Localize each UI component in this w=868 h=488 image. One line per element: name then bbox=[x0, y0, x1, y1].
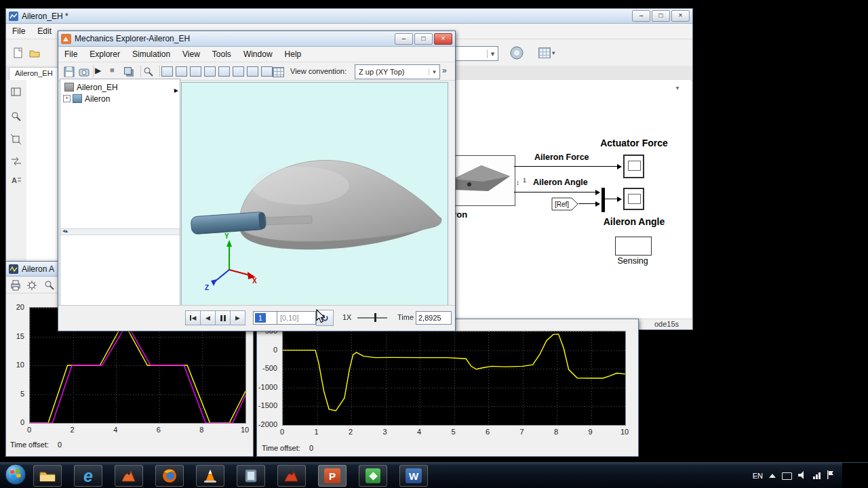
mux-block[interactable] bbox=[601, 188, 605, 212]
taskbar-word-button[interactable]: W bbox=[399, 465, 428, 487]
expand-plus-icon[interactable]: + bbox=[63, 95, 71, 102]
view-preset-icon[interactable] bbox=[190, 66, 201, 77]
view-convention-combo[interactable]: Z up (XY Top) ▾ bbox=[355, 64, 440, 79]
pause-icon[interactable] bbox=[215, 310, 231, 325]
view-preset-icon[interactable] bbox=[161, 66, 173, 77]
view-preset-icon[interactable] bbox=[261, 66, 273, 77]
language-indicator[interactable]: EN bbox=[753, 472, 763, 480]
scope-block-aileron-angle[interactable] bbox=[623, 188, 644, 210]
menu-tools[interactable]: Tools bbox=[206, 47, 237, 61]
clock-area[interactable] bbox=[842, 463, 868, 488]
taskbar-matlab-button[interactable] bbox=[115, 465, 143, 487]
menu-file[interactable]: File bbox=[58, 47, 83, 61]
tree-item-root[interactable]: Aileron_EH bbox=[60, 81, 180, 93]
menu-edit[interactable]: Edit bbox=[31, 24, 58, 38]
print-icon[interactable] bbox=[9, 279, 22, 292]
from-ref-block[interactable]: [Ref] bbox=[551, 197, 579, 211]
scope1-x-axis: 0246810 bbox=[29, 426, 245, 435]
snapshot-icon[interactable] bbox=[77, 65, 91, 79]
zoom-region-icon[interactable] bbox=[142, 65, 155, 79]
menu-window[interactable]: Window bbox=[237, 47, 279, 61]
minimize-button[interactable]: – bbox=[395, 33, 413, 45]
view-preset-icon[interactable] bbox=[176, 66, 187, 77]
taskbar-powerpoint-button[interactable]: P bbox=[318, 465, 347, 487]
taskbar-matlab2-button[interactable] bbox=[277, 465, 306, 487]
view-preset-icon[interactable] bbox=[233, 66, 244, 77]
annotation-icon[interactable]: A bbox=[9, 174, 23, 187]
taskbar-document-button[interactable] bbox=[237, 465, 265, 487]
maximize-button[interactable]: □ bbox=[652, 10, 670, 22]
taskbar-vlc-button[interactable] bbox=[196, 465, 224, 487]
aileron-subsystem-block[interactable] bbox=[448, 155, 515, 206]
pan-arrows-icon[interactable] bbox=[9, 155, 23, 168]
action-center-flag-icon[interactable] bbox=[827, 470, 834, 482]
new-model-icon[interactable] bbox=[12, 46, 25, 60]
view-grid-icon[interactable] bbox=[272, 66, 285, 78]
menu-simulation[interactable]: Simulation bbox=[126, 47, 176, 61]
taskbar-ie-button[interactable]: e bbox=[74, 465, 102, 487]
simulink-titlebar[interactable]: Aileron_EH * – □ × bbox=[6, 9, 692, 24]
taskbar-green-app-button[interactable] bbox=[359, 465, 387, 487]
menu-file[interactable]: File bbox=[6, 24, 31, 38]
y-tick-label: -1000 bbox=[258, 383, 277, 391]
layers-icon[interactable] bbox=[123, 66, 132, 75]
time-field[interactable]: 2,8925 bbox=[416, 311, 452, 325]
save-icon[interactable] bbox=[62, 65, 76, 79]
zoom-icon[interactable] bbox=[43, 279, 56, 292]
toolbar-overflow-chevron[interactable]: » bbox=[442, 66, 447, 75]
open-model-icon[interactable] bbox=[28, 46, 41, 60]
mech-3d-viewport[interactable]: Y X Z bbox=[181, 82, 448, 306]
view-preset-icon[interactable] bbox=[204, 66, 216, 77]
view-preset-icon[interactable] bbox=[218, 66, 230, 77]
menu-view[interactable]: View bbox=[176, 47, 206, 61]
model-tab[interactable]: Aileron_EH bbox=[9, 67, 59, 81]
speed-slider-handle[interactable] bbox=[374, 313, 376, 322]
view-preset-icon[interactable] bbox=[247, 66, 258, 77]
breadcrumb-dropdown-icon[interactable]: ▾ bbox=[672, 83, 683, 94]
fit-to-view-icon[interactable] bbox=[9, 133, 23, 146]
close-button[interactable]: × bbox=[434, 33, 452, 45]
data-inspector-icon[interactable]: ▾ bbox=[538, 47, 556, 59]
show-hidden-icons-icon[interactable] bbox=[769, 474, 776, 478]
simulation-stop-time-combo[interactable]: ▾ bbox=[451, 46, 498, 61]
signal-dimension-icon: ↕ bbox=[516, 179, 519, 186]
collapse-panel-icon[interactable]: ▶ bbox=[174, 87, 178, 94]
close-button[interactable]: × bbox=[671, 10, 690, 22]
combo-arrow-icon[interactable]: ▾ bbox=[429, 68, 439, 75]
step-back-icon[interactable]: ◀ bbox=[200, 310, 216, 325]
loop-playback-icon[interactable]: ↻ bbox=[316, 310, 334, 326]
browser-icon[interactable] bbox=[9, 85, 23, 99]
scope-block-actuator-force[interactable] bbox=[623, 155, 644, 178]
mech-tree-panel: Aileron_EH + Aileron ▶ ◂▴ bbox=[60, 79, 180, 306]
range-field[interactable]: [0,10] bbox=[277, 311, 316, 325]
frame-field[interactable]: 1 bbox=[253, 311, 277, 325]
play-icon[interactable]: ▶ bbox=[94, 65, 102, 76]
mech-titlebar[interactable]: Mechanics Explorer-Aileron_EH – □ × bbox=[58, 31, 455, 47]
taskbar-explorer-button[interactable] bbox=[33, 465, 62, 487]
go-to-start-icon[interactable]: ◀ bbox=[185, 310, 201, 325]
step-forward-icon[interactable]: ▶ bbox=[230, 310, 245, 325]
taskbar-firefox-button[interactable] bbox=[155, 465, 184, 487]
speed-slider-track[interactable] bbox=[357, 317, 387, 319]
menu-help[interactable]: Help bbox=[279, 47, 308, 61]
pane-splitter[interactable]: ◂▴ bbox=[60, 228, 180, 235]
menu-explorer[interactable]: Explorer bbox=[83, 47, 126, 61]
document-icon bbox=[243, 468, 258, 483]
start-button[interactable] bbox=[4, 463, 27, 488]
stop-icon[interactable]: ■ bbox=[109, 65, 115, 75]
subsystem-3d-preview bbox=[449, 156, 513, 204]
y-tick-label: 20 bbox=[16, 303, 24, 311]
dropdown-caret-icon[interactable]: ▾ bbox=[552, 49, 555, 56]
volume-icon[interactable] bbox=[798, 470, 807, 482]
zoom-icon[interactable] bbox=[9, 110, 23, 123]
tree-item-aileron[interactable]: + Aileron bbox=[60, 93, 180, 104]
build-icon[interactable] bbox=[509, 45, 525, 61]
minimize-button[interactable]: – bbox=[632, 10, 650, 22]
combo-arrow-icon[interactable]: ▾ bbox=[487, 49, 498, 58]
splitter-arrows-icon[interactable]: ◂▴ bbox=[62, 228, 68, 234]
network-icon[interactable] bbox=[813, 472, 821, 479]
maximize-button[interactable]: □ bbox=[414, 33, 433, 45]
sensing-block[interactable] bbox=[615, 237, 652, 256]
parameters-gear-icon[interactable] bbox=[25, 279, 39, 292]
display-tray-icon[interactable] bbox=[782, 472, 792, 480]
